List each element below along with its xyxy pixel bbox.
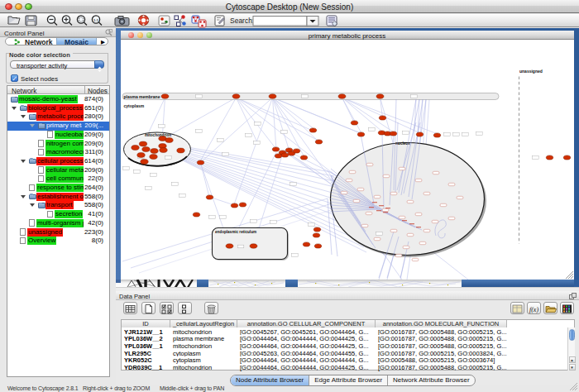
svg-text:mitochondrion: mitochondrion [144,133,170,137]
svg-text:unassigned: unassigned [519,69,543,74]
svg-text:1:1: 1:1 [93,18,99,22]
svg-text:cytoplasm: cytoplasm [123,103,144,108]
svg-text:plasma membrane: plasma membrane [123,94,160,99]
svg-text:endoplasmic reticulum: endoplasmic reticulum [215,230,256,234]
svg-text:Search:: Search: [230,17,254,25]
svg-text:f(x): f(x) [529,306,538,313]
